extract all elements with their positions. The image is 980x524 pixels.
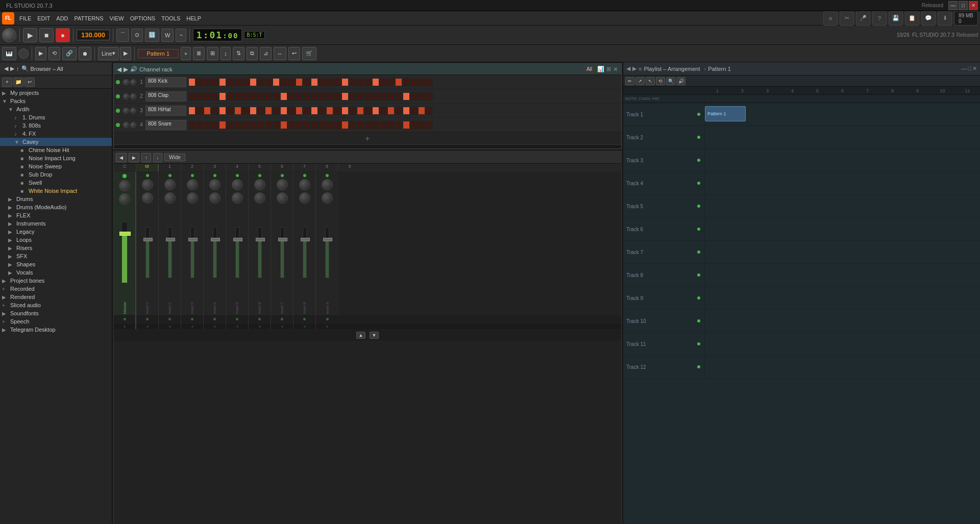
step-kick-5[interactable] [219,78,226,86]
step-hh-24[interactable] [364,107,372,115]
step-clap-18[interactable] [318,92,326,101]
step-sn-9[interactable] [250,121,257,129]
sidebar-item-instruments[interactable]: ▶ Instruments [0,219,112,228]
step-clap-13[interactable] [280,92,287,101]
step-clap-5[interactable] [219,92,226,101]
channel-vol-snare[interactable] [123,122,129,128]
pl-btn-zoom-in[interactable]: 🔍 [666,77,675,85]
step-clap-26[interactable] [380,92,387,101]
step-sn-5[interactable] [219,121,226,129]
step-hh-17[interactable] [311,107,318,115]
playlist-nav-prev[interactable]: ◀ [626,65,630,72]
mixer-icon[interactable]: ≡ [823,11,838,26]
ins3-led[interactable] [191,174,194,177]
pl-btn-loop[interactable]: ⟲ [656,77,665,85]
step-kick-6[interactable] [227,78,234,86]
step-sn-6[interactable] [227,121,234,129]
step-hh-29[interactable] [403,107,410,115]
step-sn-15[interactable] [296,121,303,129]
pattern-dropdown[interactable]: Pattern 1 [138,49,179,58]
channel-name-hihat[interactable]: 808 HiHat [145,106,186,116]
ins8-eq-knob[interactable] [299,179,310,190]
pl-btn-cursor[interactable]: ↖ [646,77,655,85]
sidebar-add[interactable]: + [2,78,12,87]
channel-rack-nav-prev[interactable]: ◀ [117,66,121,73]
step-kick-28[interactable] [395,78,402,86]
step-kick-29[interactable] [403,78,410,86]
step-clap-10[interactable] [257,92,264,101]
step-sn-16[interactable] [303,121,310,129]
pattern-flip[interactable]: ↔ [274,47,286,60]
step-kick-10[interactable] [257,78,264,86]
ins4-pan-knob[interactable] [209,192,220,204]
step-clap-28[interactable] [395,92,402,101]
step-sn-10[interactable] [257,121,264,129]
step-clap-4[interactable] [211,92,218,101]
pl-btn-volume[interactable]: 🔊 [676,77,685,85]
sidebar-refresh[interactable]: ↩ [24,78,35,87]
step-hh-14[interactable] [288,107,295,115]
step-kick-15[interactable] [296,78,303,86]
mixer-scroll-up[interactable]: ▲ [356,332,365,339]
sidebar-item-recorded[interactable]: + Recorded [0,285,112,293]
sidebar-item-legacy[interactable]: ▶ Legacy [0,228,112,236]
pattern-clone[interactable]: ⧉ [247,47,258,60]
sidebar-item-project-bones[interactable]: ▶ Project bones [0,277,112,285]
ins1-led[interactable] [146,174,149,177]
step-hh-11[interactable] [265,107,272,115]
piano-icon[interactable]: 🎹 [2,47,16,60]
step-kick-27[interactable] [387,78,395,86]
channel-rack-waveform[interactable]: 📊 [597,66,604,72]
pattern-filter[interactable]: ⊿ [260,47,272,60]
mode-btn-3[interactable]: 🔢 [145,29,159,42]
step-clap-11[interactable] [265,92,272,101]
step-sn-14[interactable] [288,121,295,129]
ins1-eq-knob[interactable] [142,179,153,190]
channel-rack-grid[interactable]: ⊞ [606,66,611,72]
step-sn-21[interactable] [341,121,349,129]
bpm-display[interactable]: 130.000 [77,30,110,40]
step-kick-4[interactable] [211,78,218,86]
step-hh-30[interactable] [410,107,418,115]
step-clap-31[interactable] [418,92,425,101]
stop-button[interactable]: ■ [39,28,54,42]
step-sn-7[interactable] [234,121,241,129]
step-kick-17[interactable] [311,78,318,86]
ins8-pan-knob[interactable] [299,192,310,204]
ins9-eq-knob[interactable] [322,179,333,190]
step-sn-2[interactable] [196,121,203,129]
mode-btn-1[interactable]: ⌒ [116,29,129,42]
tempo-knob[interactable] [2,28,16,42]
pattern-options[interactable]: ≣ [193,47,205,60]
step-kick-26[interactable] [380,78,387,86]
master-send-knob[interactable] [119,180,130,191]
step-clap-24[interactable] [364,92,372,101]
playlist-minimize[interactable]: — [961,65,967,72]
step-sn-8[interactable] [242,121,249,129]
step-sn-18[interactable] [318,121,326,129]
mode-btn-4[interactable]: W [161,29,174,42]
master-led[interactable] [122,174,127,178]
channel-rack-scrollbar[interactable] [114,144,621,148]
step-hh-21[interactable] [341,107,349,115]
step-kick-3[interactable] [204,78,211,86]
menu-tools[interactable]: TOOLS [158,14,183,22]
step-kick-20[interactable] [334,78,341,86]
step-clap-8[interactable] [242,92,249,101]
step-hh-25[interactable] [372,107,379,115]
step-sn-12[interactable] [273,121,280,129]
step-hh-13[interactable] [280,107,287,115]
ins4-fader-track[interactable] [213,227,217,278]
step-hh-26[interactable] [380,107,387,115]
playlist-maximize[interactable]: □ [968,65,971,72]
add-channel-button[interactable]: + [114,132,621,144]
step-clap-19[interactable] [326,92,333,101]
ins9-pan-knob[interactable] [322,192,333,204]
ins3-eq-knob[interactable] [187,179,198,190]
minimize-button[interactable]: — [948,1,958,10]
step-sn-20[interactable] [334,121,341,129]
step-sn-28[interactable] [395,121,402,129]
ins6-pan-knob[interactable] [254,192,265,204]
channel-vol-hihat[interactable] [123,108,129,114]
pl-btn-magnet[interactable]: ↗ [635,77,645,85]
